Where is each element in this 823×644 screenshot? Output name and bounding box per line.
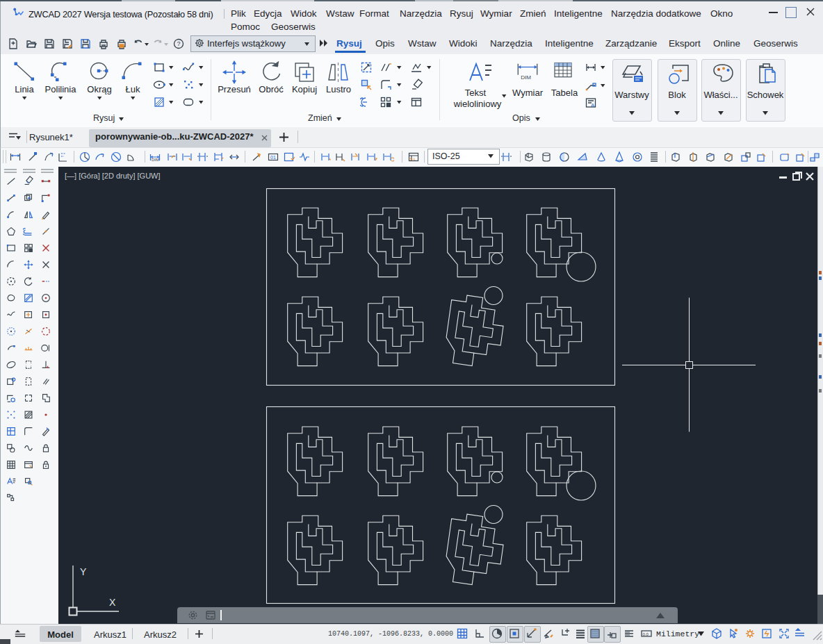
svg-text:X: X [109,597,116,608]
svg-text:?: ? [177,40,180,47]
svg-text:01: 01 [270,155,276,160]
svg-text:Y: Y [80,566,87,577]
svg-text:DIM: DIM [521,74,531,81]
svg-text:S·L: S·L [410,157,416,161]
svg-text:DIM: DIM [152,158,159,162]
svg-text:0.0: 0.0 [643,632,649,636]
svg-text:A: A [591,102,595,108]
svg-text:[—] [Góra] [2D druty] [GUW]: [—] [Góra] [2D druty] [GUW] [65,172,161,180]
